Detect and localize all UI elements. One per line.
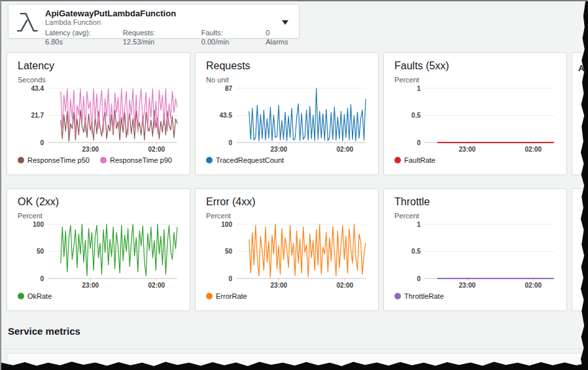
svg-text:50: 50 <box>37 248 44 255</box>
stat-requests: Requests: 12.53/min <box>123 28 186 46</box>
svg-text:0.5: 0.5 <box>411 248 421 255</box>
svg-text:23:00: 23:00 <box>271 146 288 153</box>
legend-color-dot <box>394 157 401 163</box>
chart-title: Requests <box>206 59 368 73</box>
svg-text:23:00: 23:00 <box>459 282 476 289</box>
metric-chart-card: Error (4xx) Percent 10050023:0002:00 Err… <box>195 188 379 311</box>
svg-text:21.7: 21.7 <box>31 112 44 119</box>
entity-subtitle: Lambda Function <box>45 18 292 27</box>
legend-item[interactable]: ResponseTime p90 <box>100 156 172 164</box>
legend-item[interactable]: OkRate <box>18 292 52 300</box>
stat-alarms: 0 Alarms <box>266 28 292 46</box>
svg-text:0.5: 0.5 <box>411 112 421 119</box>
legend-item[interactable]: ResponseTime p50 <box>18 156 90 164</box>
chart-canvas[interactable]: 10.5023:0002:00 <box>394 220 557 291</box>
svg-text:0: 0 <box>417 139 421 146</box>
stat-faults: Faults: 0.00/min <box>201 28 250 46</box>
chart-unit-label: No unit <box>206 76 368 84</box>
chart-unit-label: Seconds <box>18 76 179 84</box>
chart-legend: TracedRequestCount <box>206 156 368 164</box>
legend-color-dot <box>394 293 401 299</box>
chart-title: OK (2xx) <box>18 195 179 209</box>
svg-text:02:00: 02:00 <box>148 282 165 289</box>
svg-text:50: 50 <box>225 248 233 255</box>
svg-text:0: 0 <box>40 139 44 146</box>
metric-chart-card: OK (2xx) Percent 10050023:0002:00 OkRate <box>7 188 190 311</box>
chart-canvas[interactable]: 43.421.7023:0002:00 <box>18 84 180 155</box>
svg-text:100: 100 <box>33 221 44 228</box>
chart-legend: ThrottleRate <box>394 292 556 300</box>
legend-label: OkRate <box>27 292 52 300</box>
legend-item[interactable]: ThrottleRate <box>394 292 444 300</box>
entity-stats: Latency (avg): 6.80s Requests: 12.53/min… <box>45 28 292 46</box>
legend-color-dot <box>206 293 213 299</box>
chart-title: Faults (5xx) <box>394 59 556 73</box>
legend-color-dot <box>206 157 213 163</box>
stat-latency: Latency (avg): 6.80s <box>45 28 107 46</box>
svg-text:1: 1 <box>417 221 421 228</box>
metric-chart-card: Requests No unit 8743.5023:0002:00 Trace… <box>195 52 379 175</box>
svg-text:43.5: 43.5 <box>220 112 233 119</box>
servicelens-dashboard: ApiGatewayPutLambdaFunction Lambda Funct… <box>0 0 588 370</box>
svg-text:87: 87 <box>225 85 233 92</box>
chart-legend: OkRate <box>18 292 179 300</box>
lambda-icon <box>15 9 40 35</box>
legend-label: ResponseTime p50 <box>27 156 90 164</box>
chart-legend: ResponseTime p50ResponseTime p90 <box>18 156 179 164</box>
section-divider <box>1 348 588 349</box>
svg-text:23:00: 23:00 <box>82 282 99 289</box>
svg-text:02:00: 02:00 <box>525 146 542 153</box>
legend-label: ResponseTime p90 <box>110 156 172 164</box>
chart-legend: ErrorRate <box>206 292 368 300</box>
chevron-down-icon[interactable] <box>282 20 288 25</box>
chart-canvas[interactable]: 8743.5023:0002:00 <box>206 84 368 155</box>
svg-text:43.4: 43.4 <box>31 85 44 92</box>
chart-title: Throttle <box>394 195 556 209</box>
entity-title: ApiGatewayPutLambdaFunction <box>45 8 292 18</box>
chart-canvas[interactable]: 10.5023:0002:00 <box>394 84 557 155</box>
svg-text:1: 1 <box>417 85 421 92</box>
chart-unit-label: Percent <box>206 212 368 220</box>
legend-color-dot <box>18 157 24 163</box>
svg-text:0: 0 <box>417 275 421 282</box>
chart-title: Latency <box>18 59 179 73</box>
legend-label: ErrorRate <box>216 292 247 300</box>
charts-grid: Latency Seconds 43.421.7023:0002:00 Resp… <box>7 52 567 311</box>
service-metrics-heading: Service metrics <box>8 326 80 337</box>
svg-text:0: 0 <box>228 275 232 282</box>
chart-legend: FaultRate <box>394 156 556 164</box>
svg-text:02:00: 02:00 <box>337 146 354 153</box>
metric-chart-card: Latency Seconds 43.421.7023:0002:00 Resp… <box>7 52 190 175</box>
svg-text:100: 100 <box>221 221 232 228</box>
legend-color-dot <box>100 157 107 163</box>
svg-text:0: 0 <box>40 275 44 282</box>
legend-label: ThrottleRate <box>404 292 444 300</box>
metric-chart-card: Faults (5xx) Percent 10.5023:0002:00 Fau… <box>383 52 567 175</box>
svg-text:02:00: 02:00 <box>337 282 354 289</box>
svg-text:23:00: 23:00 <box>459 146 476 153</box>
chart-canvas[interactable]: 10050023:0002:00 <box>18 220 180 291</box>
legend-color-dot <box>18 293 24 299</box>
legend-item[interactable]: TracedRequestCount <box>206 156 284 164</box>
svg-text:0: 0 <box>228 139 232 146</box>
svg-text:23:00: 23:00 <box>271 282 288 289</box>
chart-unit-label: Percent <box>394 212 556 220</box>
chart-unit-label: Percent <box>394 76 556 84</box>
entity-header-card[interactable]: ApiGatewayPutLambdaFunction Lambda Funct… <box>8 4 300 39</box>
chart-title: Error (4xx) <box>206 195 368 209</box>
legend-item[interactable]: FaultRate <box>394 156 436 164</box>
chart-unit-label: Percent <box>18 212 179 220</box>
svg-text:02:00: 02:00 <box>148 146 165 153</box>
svg-text:23:00: 23:00 <box>82 146 99 153</box>
metric-chart-card: Throttle Percent 10.5023:0002:00 Throttl… <box>383 188 567 311</box>
chart-canvas[interactable]: 10050023:0002:00 <box>206 220 368 291</box>
legend-label: TracedRequestCount <box>216 156 284 164</box>
svg-text:02:00: 02:00 <box>525 282 542 289</box>
legend-item[interactable]: ErrorRate <box>206 292 247 300</box>
legend-label: FaultRate <box>404 156 436 164</box>
